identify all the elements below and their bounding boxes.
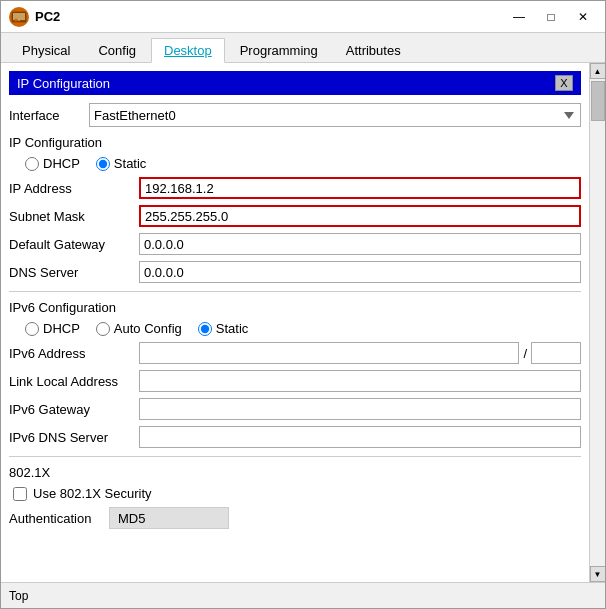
default-gateway-label: Default Gateway — [9, 237, 139, 252]
ipv6-dns-row: IPv6 DNS Server — [9, 426, 581, 448]
dot1x-use-label: Use 802.1X Security — [33, 486, 152, 501]
svg-point-2 — [15, 18, 18, 21]
tab-attributes[interactable]: Attributes — [333, 38, 414, 63]
ipv4-dhcp-option: DHCP — [25, 156, 80, 171]
scroll-down-arrow[interactable]: ▼ — [590, 566, 606, 582]
ipv6-static-label: Static — [216, 321, 249, 336]
close-button[interactable]: ✕ — [569, 6, 597, 28]
link-local-input[interactable] — [139, 370, 581, 392]
dns-server-input[interactable]: 0.0.0.0 — [139, 261, 581, 283]
dns-server-row: DNS Server 0.0.0.0 — [9, 261, 581, 283]
subnet-mask-input[interactable]: 255.255.255.0 — [139, 205, 581, 227]
ipv4-static-radio[interactable] — [96, 157, 110, 171]
tab-bar: Physical Config Desktop Programming Attr… — [1, 33, 605, 63]
interface-label: Interface — [9, 108, 89, 123]
maximize-button[interactable]: □ — [537, 6, 565, 28]
title-bar: PC2 — □ ✕ — [1, 1, 605, 33]
ipv4-static-label: Static — [114, 156, 147, 171]
section-divider-1 — [9, 291, 581, 292]
dns-server-label: DNS Server — [9, 265, 139, 280]
ipv4-dhcp-radio[interactable] — [25, 157, 39, 171]
ipv6-autoconfig-radio[interactable] — [96, 322, 110, 336]
interface-row: Interface FastEthernet0 — [9, 103, 581, 127]
scroll-thumb[interactable] — [591, 81, 605, 121]
ipv6-autoconfig-label: Auto Config — [114, 321, 182, 336]
app-icon — [9, 7, 29, 27]
status-text: Top — [9, 589, 28, 603]
ipv6-static-option: Static — [198, 321, 249, 336]
svg-rect-1 — [13, 13, 25, 20]
ipv6-dhcp-option: DHCP — [25, 321, 80, 336]
link-local-row: Link Local Address — [9, 370, 581, 392]
tab-desktop[interactable]: Desktop — [151, 38, 225, 63]
ipv6-static-radio[interactable] — [198, 322, 212, 336]
ipv6-gateway-row: IPv6 Gateway — [9, 398, 581, 420]
tab-programming[interactable]: Programming — [227, 38, 331, 63]
ipv6-dhcp-radio[interactable] — [25, 322, 39, 336]
main-panel: IP Configuration X Interface FastEtherne… — [1, 63, 589, 582]
window-controls: — □ ✕ — [505, 6, 597, 28]
link-local-label: Link Local Address — [9, 374, 139, 389]
ipv6-slash: / — [519, 346, 531, 361]
title-bar-left: PC2 — [9, 7, 60, 27]
auth-label: Authentication — [9, 511, 109, 526]
window-title: PC2 — [35, 9, 60, 24]
dot1x-checkbox-row: Use 802.1X Security — [9, 486, 581, 501]
ipv6-dns-input[interactable] — [139, 426, 581, 448]
ip-address-label: IP Address — [9, 181, 139, 196]
content-area: IP Configuration X Interface FastEtherne… — [1, 63, 605, 582]
ipv6-gateway-input[interactable] — [139, 398, 581, 420]
ipv6-address-row: IPv6 Address / — [9, 342, 581, 364]
vertical-scrollbar[interactable]: ▲ ▼ — [589, 63, 605, 582]
tab-config[interactable]: Config — [85, 38, 149, 63]
ipv6-address-input[interactable] — [139, 342, 519, 364]
ip-config-header: IP Configuration X — [9, 71, 581, 95]
ipv6-radio-group: DHCP Auto Config Static — [9, 321, 581, 336]
ipv6-autoconfig-option: Auto Config — [96, 321, 182, 336]
default-gateway-input[interactable]: 0.0.0.0 — [139, 233, 581, 255]
scroll-up-arrow[interactable]: ▲ — [590, 63, 606, 79]
ipv4-static-option: Static — [96, 156, 147, 171]
ipv6-section-label: IPv6 Configuration — [9, 300, 581, 315]
main-window: PC2 — □ ✕ Physical Config Desktop Progra… — [0, 0, 606, 609]
ipv4-radio-group: DHCP Static — [9, 156, 581, 171]
ipv6-address-label: IPv6 Address — [9, 346, 139, 361]
subnet-mask-label: Subnet Mask — [9, 209, 139, 224]
scroll-track[interactable] — [590, 79, 605, 566]
default-gateway-row: Default Gateway 0.0.0.0 — [9, 233, 581, 255]
ip-config-title: IP Configuration — [17, 76, 110, 91]
minimize-button[interactable]: — — [505, 6, 533, 28]
ipv4-dhcp-label: DHCP — [43, 156, 80, 171]
tab-physical[interactable]: Physical — [9, 38, 83, 63]
auth-value: MD5 — [109, 507, 229, 529]
ipv6-prefix-input[interactable] — [531, 342, 581, 364]
ip-config-close-button[interactable]: X — [555, 75, 573, 91]
auth-row: Authentication MD5 — [9, 507, 581, 529]
ipv6-gateway-label: IPv6 Gateway — [9, 402, 139, 417]
ipv4-section-label: IP Configuration — [9, 135, 581, 150]
ipv6-dhcp-label: DHCP — [43, 321, 80, 336]
dot1x-checkbox[interactable] — [13, 487, 27, 501]
ip-address-row: IP Address 192.168.1.2 — [9, 177, 581, 199]
ipv6-dns-label: IPv6 DNS Server — [9, 430, 139, 445]
subnet-mask-row: Subnet Mask 255.255.255.0 — [9, 205, 581, 227]
section-divider-2 — [9, 456, 581, 457]
ip-address-input[interactable]: 192.168.1.2 — [139, 177, 581, 199]
svg-point-3 — [18, 19, 20, 21]
dot1x-section-label: 802.1X — [9, 465, 581, 480]
status-bar: Top — [1, 582, 605, 608]
interface-select[interactable]: FastEthernet0 — [89, 103, 581, 127]
